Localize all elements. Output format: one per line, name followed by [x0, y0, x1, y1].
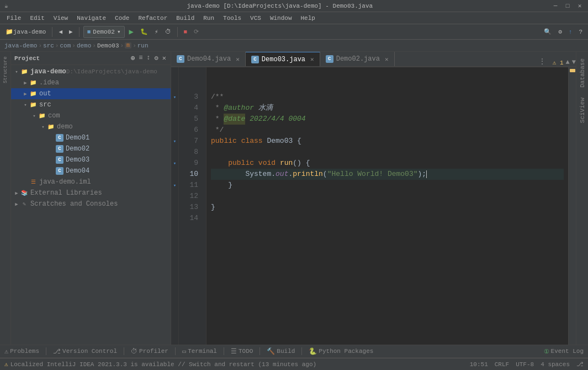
- event-log-button[interactable]: ① Event Log: [544, 348, 584, 355]
- ln-12: 12: [179, 191, 202, 202]
- problems-button[interactable]: ⚠ Problems: [4, 347, 39, 356]
- sort-icon[interactable]: ↕: [145, 53, 151, 63]
- encoding-indicator[interactable]: UTF-8: [516, 361, 534, 368]
- menu-item-vcs[interactable]: VCS: [246, 14, 266, 23]
- status-bar: ⚠ Localized IntelliJ IDEA 2021.3.3 is av…: [0, 358, 588, 370]
- help-button[interactable]: ?: [576, 26, 585, 38]
- line-sep-indicator[interactable]: CRLF: [495, 361, 509, 368]
- code-content[interactable]: /** * @author 水滴 * @date 2022/4/4 0004 *…: [206, 67, 568, 345]
- navigate-warnings-down[interactable]: ▼: [572, 58, 576, 66]
- breadcrumb-item-src[interactable]: src: [43, 42, 54, 49]
- menu-item-edit[interactable]: Edit: [25, 14, 49, 23]
- code-line-6: */: [211, 125, 564, 136]
- tree-item-demo[interactable]: ▾ 📁 demo: [11, 121, 171, 132]
- menu-item-build[interactable]: Build: [172, 14, 199, 23]
- terminal-button[interactable]: ▭ Terminal: [182, 347, 217, 356]
- problems-label: Problems: [10, 348, 39, 355]
- update-button[interactable]: ↑: [566, 26, 575, 38]
- breadcrumb-item-method[interactable]: run: [137, 42, 149, 49]
- tree-item-ext-libs[interactable]: ▶ 📚 External Libraries: [11, 187, 171, 199]
- tabs-more-button[interactable]: ⋮: [534, 57, 550, 66]
- search-everywhere-button[interactable]: 🔍: [542, 26, 554, 38]
- tree-item-demo03[interactable]: C Demo03: [11, 154, 171, 165]
- menu-item-file[interactable]: File: [2, 14, 25, 23]
- todo-button[interactable]: ☰ TODO: [231, 347, 253, 356]
- build-button[interactable]: 🔨 Build: [267, 347, 295, 356]
- project-settings-icon[interactable]: ⚙: [153, 53, 160, 63]
- stop-button[interactable]: ■: [182, 26, 190, 38]
- tree-item-demo02[interactable]: C Demo02: [11, 143, 171, 154]
- menu-item-view[interactable]: View: [49, 14, 72, 23]
- line-col-indicator[interactable]: 10:51: [470, 361, 488, 368]
- project-panel: Project ⊕ ≡ ↕ ⚙ ✕ ▾ 📁 java-demo D:\IdeaP…: [11, 52, 171, 345]
- tab-close-demo04[interactable]: ✕: [236, 56, 240, 63]
- settings-button[interactable]: ⚙: [556, 26, 564, 38]
- close-button[interactable]: ✕: [576, 2, 584, 10]
- tree-item-scratches[interactable]: ▶ ✎ Scratches and Consoles: [11, 199, 171, 210]
- title-text: java-demo [D:\IdeaProjects\java-demo] - …: [8, 3, 552, 9]
- tree-item-src[interactable]: ▾ 📁 src: [11, 99, 171, 110]
- navigate-forward[interactable]: ▶: [67, 26, 75, 38]
- menu-item-refactor[interactable]: Refactor: [134, 14, 172, 23]
- breadcrumb-item-com[interactable]: com: [60, 42, 71, 49]
- maximize-button[interactable]: □: [564, 2, 571, 10]
- comment-close: */: [211, 125, 224, 136]
- code-editor[interactable]: ▾ ▾ ▾ ▾ 3 4 5 6 7: [171, 67, 576, 345]
- status-message[interactable]: Localized IntelliJ IDEA 2021.3.3 is avai…: [10, 361, 317, 368]
- menu-item-tools[interactable]: Tools: [219, 14, 246, 23]
- left-tool-strip: Structure: [0, 52, 11, 345]
- idea-folder-icon: 📁: [29, 78, 38, 87]
- ln-11: 11: [179, 180, 202, 191]
- window-controls: ─ □ ✕: [552, 2, 584, 10]
- menu-item-help[interactable]: Help: [296, 14, 320, 23]
- tree-item-demo04[interactable]: C Demo04: [11, 165, 171, 176]
- status-warning-icon: ⚠: [4, 361, 8, 368]
- project-dropdown[interactable]: 📁 java-demo: [3, 26, 48, 38]
- coverage-button[interactable]: ⚡: [152, 26, 161, 38]
- ln-5: 5: [179, 114, 202, 125]
- menu-item-window[interactable]: Window: [266, 14, 296, 23]
- tree-item-idea[interactable]: ▶ 📁 .idea: [11, 77, 171, 88]
- rebuild-button[interactable]: ⟳: [192, 26, 201, 38]
- tree-item-iml[interactable]: ☰ java-demo.iml: [11, 176, 171, 187]
- run-button[interactable]: ▶: [127, 26, 136, 38]
- debug-button[interactable]: 🐛: [138, 26, 150, 38]
- toolbar-separator-2: [79, 27, 80, 37]
- tab-close-demo03[interactable]: ✕: [310, 56, 314, 63]
- menu-item-code[interactable]: Code: [110, 14, 134, 23]
- tab-demo04[interactable]: C Demo04.java ✕: [171, 52, 246, 66]
- tree-item-com[interactable]: ▾ 📁 com: [11, 110, 171, 121]
- navigate-warnings-up[interactable]: ▲: [566, 58, 570, 66]
- indent-indicator[interactable]: 4 spaces: [541, 361, 570, 368]
- run-config-dropdown[interactable]: ■ Demo02 ▾: [83, 26, 125, 38]
- sciview-tab[interactable]: SciView: [578, 93, 587, 127]
- version-control-button[interactable]: ⎇ Version Control: [53, 347, 117, 356]
- minimize-button[interactable]: ─: [552, 2, 559, 10]
- comment-open: /**: [211, 92, 224, 103]
- database-tab[interactable]: Database: [578, 54, 587, 92]
- locate-icon[interactable]: ⊕: [130, 53, 136, 63]
- breadcrumb-item-demo[interactable]: demo: [77, 42, 91, 49]
- bt-sep-6: [301, 347, 302, 355]
- profiler-button[interactable]: ⏱ Profiler: [131, 347, 168, 356]
- close-panel-icon[interactable]: ✕: [161, 53, 167, 63]
- profile-button[interactable]: ⏱: [163, 26, 173, 38]
- tree-item-root[interactable]: ▾ 📁 java-demo D:\IdeaProjects\java-demo: [11, 66, 171, 77]
- tree-item-out[interactable]: ▶ 📁 out: [11, 88, 171, 99]
- python-packages-button[interactable]: 🐍 Python Packages: [309, 347, 373, 356]
- tab-demo02[interactable]: C Demo02.java ✕: [320, 52, 395, 66]
- class-name: Demo03: [267, 136, 293, 147]
- tab-label-demo02: Demo02.java: [336, 55, 380, 63]
- structure-icon[interactable]: Structure: [1, 65, 10, 75]
- navigate-back[interactable]: ◀: [56, 26, 65, 38]
- collapse-all-icon[interactable]: ≡: [137, 53, 144, 63]
- tree-item-demo01[interactable]: C Demo01: [11, 132, 171, 143]
- tab-close-demo02[interactable]: ✕: [385, 56, 389, 63]
- tab-demo03[interactable]: C Demo03.java ✕: [246, 52, 320, 66]
- tree-label-src: src: [39, 101, 51, 109]
- fold-marker-12: [171, 191, 178, 202]
- menu-item-run[interactable]: Run: [199, 14, 219, 23]
- breadcrumb-item-class[interactable]: Demo03: [97, 42, 119, 49]
- menu-item-navigate[interactable]: Navigate: [72, 14, 110, 23]
- breadcrumb-item-project[interactable]: java-demo: [4, 42, 37, 49]
